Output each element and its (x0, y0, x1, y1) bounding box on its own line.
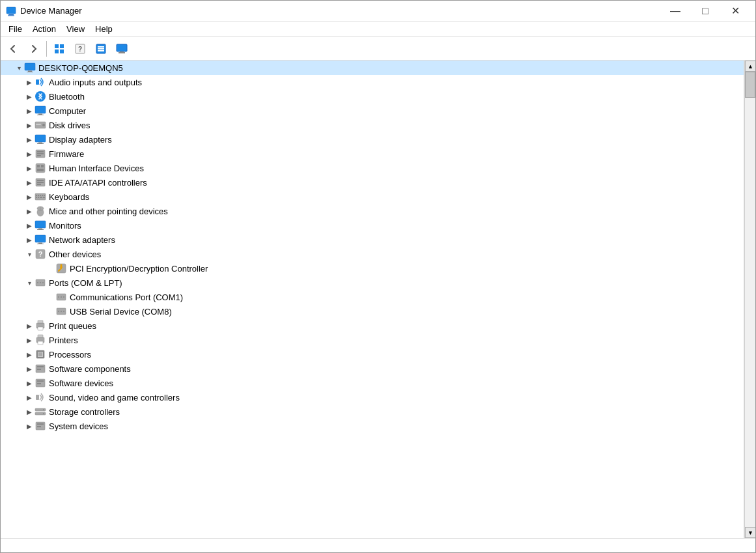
disk-expander[interactable]: ▶ (24, 120, 35, 130)
firmware-expander[interactable]: ▶ (24, 149, 35, 159)
tree-item-keyboards[interactable]: ▶ Keyboards (1, 190, 744, 204)
svg-rect-37 (37, 169, 44, 171)
svg-point-71 (61, 296, 62, 298)
root-expander[interactable]: ▾ (14, 63, 24, 73)
display-expander[interactable]: ▶ (24, 134, 35, 145)
forward-button[interactable] (24, 40, 44, 58)
ports-expander[interactable]: ▾ (24, 277, 35, 288)
ide-expander[interactable]: ▶ (24, 177, 35, 188)
processors-expander[interactable]: ▶ (24, 349, 35, 360)
menu-help[interactable]: Help (90, 22, 118, 36)
audio-icon (35, 76, 46, 88)
view1-button[interactable] (49, 40, 69, 58)
scroll-down-button[interactable]: ▼ (745, 527, 755, 538)
network-label: Network adapters (49, 235, 115, 245)
keyboards-expander[interactable]: ▶ (24, 191, 35, 202)
tree-item-display[interactable]: ▶ Display adapters (1, 132, 744, 147)
audio-expander[interactable]: ▶ (24, 77, 35, 87)
sound-expander[interactable]: ▶ (24, 392, 35, 403)
tree-item-other[interactable]: ▾ ? Other devices (1, 247, 744, 261)
svg-point-66 (37, 282, 38, 283)
tree-item-computer[interactable]: ▶ Computer (1, 104, 744, 118)
help-button[interactable]: ? (70, 40, 90, 58)
tree-item-printers[interactable]: ▶ Printers (1, 333, 744, 347)
tree-item-system[interactable]: ▶ System devices (1, 419, 744, 433)
tree-item-network[interactable]: ▶ Network adapters (1, 233, 744, 247)
system-expander[interactable]: ▶ (24, 421, 35, 431)
scroll-thumb[interactable] (745, 72, 755, 98)
vertical-scrollbar[interactable]: ▲ ▼ (744, 61, 755, 538)
svg-point-20 (35, 91, 46, 102)
tree-item-ide[interactable]: ▶ IDE ATA/ATAPI controllers (1, 175, 744, 190)
tree-item-firmware[interactable]: ▶ Firmware (1, 147, 744, 161)
tree-item-softdev[interactable]: ▶ Software devices (1, 376, 744, 390)
softdev-label: Software devices (49, 378, 113, 388)
tree-item-sound[interactable]: ▶ Sound, video and game controllers (1, 390, 744, 404)
svg-rect-27 (35, 135, 46, 142)
mice-icon (35, 205, 46, 217)
network-icon (35, 234, 46, 246)
svg-rect-35 (37, 165, 40, 167)
tree-item-softcomp[interactable]: ▶ Software components (1, 362, 744, 376)
com1-icon (55, 291, 67, 303)
close-button[interactable]: ✕ (720, 1, 750, 21)
tree-item-storage[interactable]: ▶ Storage controllers (1, 404, 744, 419)
svg-point-96 (43, 413, 44, 414)
svg-rect-28 (38, 143, 42, 144)
tree-root[interactable]: ▾ DESKTOP-Q0EMQN5 (1, 61, 744, 75)
storage-expander[interactable]: ▶ (24, 406, 35, 417)
display-icon (35, 134, 46, 145)
tree-item-printq[interactable]: ▶ Print queues (1, 319, 744, 333)
network-expander[interactable]: ▶ (24, 234, 35, 245)
scroll-up-button[interactable]: ▲ (745, 61, 755, 72)
processors-label: Processors (49, 350, 91, 360)
com8-icon (55, 305, 67, 317)
svg-rect-10 (98, 46, 104, 48)
svg-rect-39 (37, 180, 44, 181)
device-tree[interactable]: ▾ DESKTOP-Q0EMQN5 ▶ (1, 61, 744, 538)
tree-item-monitors[interactable]: ▶ Monitors (1, 218, 744, 233)
bluetooth-icon (35, 91, 46, 102)
tree-item-com8[interactable]: ▶ USB Serial Device (COM8) (1, 304, 744, 319)
menu-file[interactable]: File (3, 22, 27, 36)
menu-view[interactable]: View (61, 22, 90, 36)
bluetooth-expander[interactable]: ▶ (24, 91, 35, 102)
back-button[interactable] (3, 40, 23, 58)
hid-expander[interactable]: ▶ (24, 163, 35, 173)
svg-rect-12 (98, 50, 104, 51)
view2-button[interactable] (91, 40, 111, 58)
tree-item-pci[interactable]: ▶ PCI Encryption/Decryption Controller (1, 261, 744, 276)
window-title: Device Manager (20, 6, 660, 16)
svg-rect-43 (36, 195, 37, 196)
printers-label: Printers (49, 335, 78, 345)
disk-label: Disk drives (49, 121, 91, 130)
minimize-button[interactable]: — (660, 1, 690, 21)
update-button[interactable] (112, 40, 132, 58)
svg-rect-29 (37, 143, 44, 144)
printq-expander[interactable]: ▶ (24, 320, 35, 331)
mice-expander[interactable]: ▶ (24, 206, 35, 216)
scroll-track[interactable] (745, 72, 755, 527)
tree-item-hid[interactable]: ▶ Human Interface Devices (1, 161, 744, 175)
tree-item-disk[interactable]: ▶ Disk drives (1, 118, 744, 132)
svg-rect-48 (36, 197, 37, 198)
maximize-button[interactable]: □ (690, 1, 720, 21)
softcomp-expander[interactable]: ▶ (24, 363, 35, 374)
tree-item-audio[interactable]: ▶ Audio inputs and outputs (1, 75, 744, 89)
ports-icon (35, 277, 46, 289)
tree-item-ports[interactable]: ▾ Ports (COM & LPT) (1, 276, 744, 290)
content-area: ▾ DESKTOP-Q0EMQN5 ▶ (1, 61, 755, 538)
svg-point-76 (63, 311, 64, 312)
printers-expander[interactable]: ▶ (24, 335, 35, 345)
device-manager-window: Device Manager — □ ✕ File Action View He… (0, 0, 756, 553)
computer-expander[interactable]: ▶ (24, 106, 35, 116)
monitors-expander[interactable]: ▶ (24, 220, 35, 231)
tree-item-bluetooth[interactable]: ▶ Bluetooth (1, 89, 744, 104)
tree-item-mice[interactable]: ▶ Mice and other pointing devices (1, 204, 744, 218)
tree-item-com1[interactable]: ▶ Communications Port (COM1) (1, 290, 744, 304)
tree-item-processors[interactable]: ▶ Processors (1, 347, 744, 362)
softdev-expander[interactable]: ▶ (24, 378, 35, 388)
other-expander[interactable]: ▾ (24, 249, 35, 259)
menu-action[interactable]: Action (27, 22, 61, 36)
svg-rect-26 (36, 124, 41, 125)
